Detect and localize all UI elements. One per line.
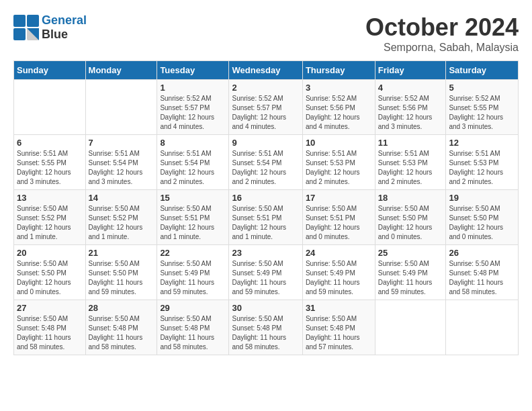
- day-content: Sunrise: 5:50 AM Sunset: 5:51 PM Dayligh…: [306, 204, 372, 242]
- calendar-cell: 27Sunrise: 5:50 AM Sunset: 5:48 PM Dayli…: [14, 300, 86, 355]
- calendar-cell: 7Sunrise: 5:51 AM Sunset: 5:54 PM Daylig…: [85, 135, 157, 190]
- calendar-cell: 24Sunrise: 5:50 AM Sunset: 5:49 PM Dayli…: [302, 245, 375, 300]
- day-number: 18: [378, 193, 443, 203]
- calendar-cell: 26Sunrise: 5:50 AM Sunset: 5:48 PM Dayli…: [446, 245, 519, 300]
- day-number: 12: [449, 138, 515, 148]
- day-number: 8: [160, 138, 226, 148]
- weekday-header-saturday: Saturday: [446, 61, 519, 80]
- calendar-cell: 2Sunrise: 5:52 AM Sunset: 5:57 PM Daylig…: [229, 80, 302, 135]
- calendar-cell: 29Sunrise: 5:50 AM Sunset: 5:48 PM Dayli…: [157, 300, 229, 355]
- weekday-header-row: SundayMondayTuesdayWednesdayThursdayFrid…: [14, 61, 519, 80]
- svg-rect-2: [13, 28, 26, 40]
- calendar-cell: 31Sunrise: 5:50 AM Sunset: 5:48 PM Dayli…: [302, 300, 375, 355]
- day-content: Sunrise: 5:51 AM Sunset: 5:53 PM Dayligh…: [306, 149, 372, 187]
- day-number: 13: [17, 193, 83, 203]
- calendar-cell: 9Sunrise: 5:51 AM Sunset: 5:54 PM Daylig…: [229, 135, 302, 190]
- day-content: Sunrise: 5:51 AM Sunset: 5:54 PM Dayligh…: [89, 149, 154, 187]
- day-number: 25: [378, 248, 443, 258]
- day-content: Sunrise: 5:50 AM Sunset: 5:49 PM Dayligh…: [306, 259, 372, 297]
- day-number: 4: [378, 83, 443, 93]
- day-number: 30: [232, 303, 299, 313]
- calendar-cell: 10Sunrise: 5:51 AM Sunset: 5:53 PM Dayli…: [302, 135, 375, 190]
- calendar-cell: 13Sunrise: 5:50 AM Sunset: 5:52 PM Dayli…: [14, 190, 86, 245]
- day-content: Sunrise: 5:51 AM Sunset: 5:53 PM Dayligh…: [378, 149, 443, 187]
- month-title: October 2024: [365, 13, 519, 42]
- day-content: Sunrise: 5:52 AM Sunset: 5:56 PM Dayligh…: [306, 94, 372, 132]
- calendar-cell: 19Sunrise: 5:50 AM Sunset: 5:50 PM Dayli…: [446, 190, 519, 245]
- calendar-cell: 14Sunrise: 5:50 AM Sunset: 5:52 PM Dayli…: [85, 190, 157, 245]
- day-number: 27: [17, 303, 83, 313]
- day-number: 15: [160, 193, 226, 203]
- day-content: Sunrise: 5:52 AM Sunset: 5:56 PM Dayligh…: [378, 94, 443, 132]
- week-row-5: 27Sunrise: 5:50 AM Sunset: 5:48 PM Dayli…: [14, 300, 519, 355]
- day-content: Sunrise: 5:50 AM Sunset: 5:48 PM Dayligh…: [17, 314, 83, 352]
- day-number: 3: [306, 83, 372, 93]
- day-content: Sunrise: 5:50 AM Sunset: 5:48 PM Dayligh…: [306, 314, 372, 352]
- day-content: Sunrise: 5:52 AM Sunset: 5:57 PM Dayligh…: [232, 94, 299, 132]
- calendar-cell: [375, 300, 446, 355]
- day-content: Sunrise: 5:50 AM Sunset: 5:48 PM Dayligh…: [160, 314, 226, 352]
- day-number: 9: [232, 138, 299, 148]
- day-content: Sunrise: 5:50 AM Sunset: 5:48 PM Dayligh…: [449, 259, 515, 297]
- day-content: Sunrise: 5:51 AM Sunset: 5:53 PM Dayligh…: [449, 149, 515, 187]
- day-number: 14: [89, 193, 154, 203]
- location: Semporna, Sabah, Malaysia: [365, 42, 519, 54]
- day-number: 24: [306, 248, 372, 258]
- page-header: General Blue October 2024 Semporna, Saba…: [13, 13, 519, 54]
- day-number: 7: [89, 138, 154, 148]
- weekday-header-tuesday: Tuesday: [157, 61, 229, 80]
- day-content: Sunrise: 5:52 AM Sunset: 5:55 PM Dayligh…: [449, 94, 515, 132]
- calendar-cell: 17Sunrise: 5:50 AM Sunset: 5:51 PM Dayli…: [302, 190, 375, 245]
- calendar-cell: [446, 300, 519, 355]
- day-number: 5: [449, 83, 515, 93]
- calendar-cell: 3Sunrise: 5:52 AM Sunset: 5:56 PM Daylig…: [302, 80, 375, 135]
- calendar-cell: 16Sunrise: 5:50 AM Sunset: 5:51 PM Dayli…: [229, 190, 302, 245]
- day-number: 16: [232, 193, 299, 203]
- day-number: 22: [160, 248, 226, 258]
- day-content: Sunrise: 5:51 AM Sunset: 5:54 PM Dayligh…: [160, 149, 226, 187]
- calendar-cell: 21Sunrise: 5:50 AM Sunset: 5:50 PM Dayli…: [85, 245, 157, 300]
- calendar-cell: 22Sunrise: 5:50 AM Sunset: 5:49 PM Dayli…: [157, 245, 229, 300]
- calendar-cell: 8Sunrise: 5:51 AM Sunset: 5:54 PM Daylig…: [157, 135, 229, 190]
- calendar-cell: 4Sunrise: 5:52 AM Sunset: 5:56 PM Daylig…: [375, 80, 446, 135]
- week-row-1: 1Sunrise: 5:52 AM Sunset: 5:57 PM Daylig…: [14, 80, 519, 135]
- day-number: 21: [89, 248, 154, 258]
- day-content: Sunrise: 5:50 AM Sunset: 5:49 PM Dayligh…: [160, 259, 226, 297]
- day-content: Sunrise: 5:50 AM Sunset: 5:52 PM Dayligh…: [89, 204, 154, 242]
- day-content: Sunrise: 5:50 AM Sunset: 5:51 PM Dayligh…: [160, 204, 226, 242]
- weekday-header-friday: Friday: [375, 61, 446, 80]
- day-content: Sunrise: 5:50 AM Sunset: 5:51 PM Dayligh…: [232, 204, 299, 242]
- calendar-cell: 15Sunrise: 5:50 AM Sunset: 5:51 PM Dayli…: [157, 190, 229, 245]
- day-number: 19: [449, 193, 515, 203]
- weekday-header-sunday: Sunday: [14, 61, 86, 80]
- day-content: Sunrise: 5:50 AM Sunset: 5:50 PM Dayligh…: [17, 259, 83, 297]
- day-content: Sunrise: 5:50 AM Sunset: 5:49 PM Dayligh…: [232, 259, 299, 297]
- logo: General Blue: [13, 13, 87, 42]
- calendar-cell: 5Sunrise: 5:52 AM Sunset: 5:55 PM Daylig…: [446, 80, 519, 135]
- svg-rect-0: [13, 15, 26, 27]
- day-number: 11: [378, 138, 443, 148]
- calendar-cell: 11Sunrise: 5:51 AM Sunset: 5:53 PM Dayli…: [375, 135, 446, 190]
- day-content: Sunrise: 5:50 AM Sunset: 5:48 PM Dayligh…: [89, 314, 154, 352]
- calendar-cell: 6Sunrise: 5:51 AM Sunset: 5:55 PM Daylig…: [14, 135, 86, 190]
- day-number: 20: [17, 248, 83, 258]
- day-content: Sunrise: 5:50 AM Sunset: 5:50 PM Dayligh…: [89, 259, 154, 297]
- logo-icon: [13, 15, 39, 40]
- week-row-2: 6Sunrise: 5:51 AM Sunset: 5:55 PM Daylig…: [14, 135, 519, 190]
- day-content: Sunrise: 5:51 AM Sunset: 5:54 PM Dayligh…: [232, 149, 299, 187]
- logo-line1: General: [42, 13, 87, 28]
- day-content: Sunrise: 5:51 AM Sunset: 5:55 PM Dayligh…: [17, 149, 83, 187]
- calendar-cell: 1Sunrise: 5:52 AM Sunset: 5:57 PM Daylig…: [157, 80, 229, 135]
- svg-rect-1: [27, 15, 39, 27]
- day-number: 2: [232, 83, 299, 93]
- day-number: 23: [232, 248, 299, 258]
- day-content: Sunrise: 5:52 AM Sunset: 5:57 PM Dayligh…: [160, 94, 226, 132]
- calendar-cell: [85, 80, 157, 135]
- day-number: 28: [89, 303, 154, 313]
- calendar-cell: 12Sunrise: 5:51 AM Sunset: 5:53 PM Dayli…: [446, 135, 519, 190]
- day-number: 26: [449, 248, 515, 258]
- calendar-cell: 18Sunrise: 5:50 AM Sunset: 5:50 PM Dayli…: [375, 190, 446, 245]
- day-number: 29: [160, 303, 226, 313]
- calendar-cell: 23Sunrise: 5:50 AM Sunset: 5:49 PM Dayli…: [229, 245, 302, 300]
- weekday-header-thursday: Thursday: [302, 61, 375, 80]
